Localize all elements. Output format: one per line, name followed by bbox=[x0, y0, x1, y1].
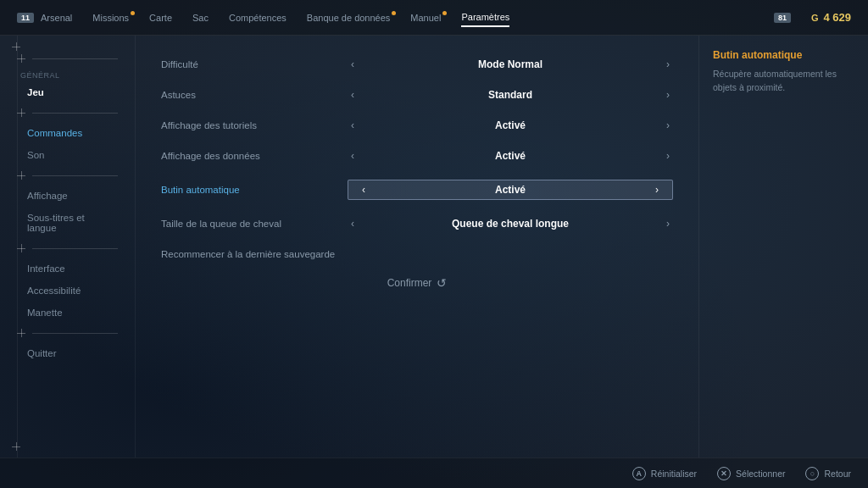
currency-display: G 4 629 bbox=[811, 11, 851, 24]
bottom-action-selectionner[interactable]: ✕ Sélectionner bbox=[717, 467, 785, 480]
settings-val-queue: Queue de cheval longue bbox=[368, 218, 653, 230]
confirm-icon: ↺ bbox=[437, 276, 447, 290]
nav-tab-sac[interactable]: Sac bbox=[192, 9, 209, 26]
missions-dot bbox=[131, 11, 135, 15]
right-panel-description: Récupère automatiquement les objets à pr… bbox=[713, 68, 854, 95]
main-layout: Général Jeu Commandes Son Affichage bbox=[0, 36, 868, 458]
sidebar-item-interface[interactable]: Interface bbox=[0, 258, 135, 280]
bottom-label-selectionner: Sélectionner bbox=[736, 469, 785, 479]
nav-badge-right: 81 bbox=[774, 13, 791, 23]
arrow-right-queue[interactable]: › bbox=[663, 218, 673, 230]
settings-label-butin: Butin automatique bbox=[161, 185, 348, 195]
btn-icon-a: A bbox=[632, 467, 646, 480]
settings-val-donnees: Activé bbox=[368, 150, 653, 162]
btn-icon-o: ○ bbox=[805, 467, 819, 480]
settings-val-astuces: Standard bbox=[368, 89, 653, 101]
sidebar-divider-commandes bbox=[0, 103, 135, 122]
settings-value-astuces: ‹ Standard › bbox=[348, 89, 673, 101]
arrow-left-donnees[interactable]: ‹ bbox=[348, 150, 358, 162]
arrow-left-butin[interactable]: ‹ bbox=[359, 184, 369, 196]
currency-value: 4 629 bbox=[823, 11, 851, 24]
right-panel-title: Butin automatique bbox=[713, 49, 854, 61]
top-nav: 11 Arsenal Missions Carte Sac Compétence… bbox=[0, 0, 868, 36]
arrow-right-butin[interactable]: › bbox=[652, 184, 662, 196]
arrow-left-tutoriels[interactable]: ‹ bbox=[348, 119, 358, 131]
sidebar-divider-affichage bbox=[0, 166, 135, 185]
sidebar-cross-commandes bbox=[17, 108, 25, 117]
sidebar-divider-interface bbox=[0, 239, 135, 258]
arrow-left-queue[interactable]: ‹ bbox=[348, 218, 358, 230]
settings-value-donnees: ‹ Activé › bbox=[348, 150, 673, 162]
settings-row-recommencer[interactable]: Recommencer à la dernière sauvegarde bbox=[136, 239, 698, 269]
settings-row-tutoriels[interactable]: Affichage des tutoriels ‹ Activé › bbox=[136, 110, 698, 141]
confirm-button[interactable]: Confirmer ↺ bbox=[387, 276, 448, 290]
sidebar-item-son[interactable]: Son bbox=[0, 144, 135, 166]
confirm-row: Confirmer ↺ bbox=[136, 269, 698, 297]
sidebar-group-label: Général bbox=[0, 68, 135, 81]
sidebar-item-accessibilite[interactable]: Accessibilité bbox=[0, 280, 135, 302]
arrow-right-difficulte[interactable]: › bbox=[663, 58, 673, 70]
settings-label-astuces: Astuces bbox=[161, 90, 348, 100]
settings-row-donnees[interactable]: Affichage des données ‹ Activé › bbox=[136, 141, 698, 171]
nav-tabs: Arsenal Missions Carte Sac Compétences B… bbox=[41, 8, 774, 27]
bottom-action-reinitialiser[interactable]: A Réinitialiser bbox=[632, 467, 697, 480]
sidebar-item-manette[interactable]: Manette bbox=[0, 302, 135, 324]
bottom-label-reinitialiser: Réinitialiser bbox=[651, 469, 697, 479]
currency-icon: G bbox=[811, 13, 819, 23]
sidebar-section-general: Général Jeu Commandes Son Affichage bbox=[0, 49, 135, 364]
settings-value-difficulte: ‹ Mode Normal › bbox=[348, 58, 673, 70]
settings-value-queue: ‹ Queue de cheval longue › bbox=[348, 218, 673, 230]
settings-label-difficulte: Difficulté bbox=[161, 59, 348, 69]
arrow-left-difficulte[interactable]: ‹ bbox=[348, 58, 358, 70]
sidebar-item-quitter[interactable]: Quitter bbox=[0, 342, 135, 364]
sidebar-cross-bottom bbox=[12, 442, 20, 451]
sidebar-cross-interface bbox=[17, 244, 25, 252]
settings-panel: Difficulté ‹ Mode Normal › Astuces ‹ Sta… bbox=[136, 36, 698, 458]
sidebar-cross-quitter bbox=[17, 329, 25, 337]
settings-val-difficulte: Mode Normal bbox=[368, 58, 653, 70]
arrow-left-astuces[interactable]: ‹ bbox=[348, 89, 358, 101]
bottom-action-retour[interactable]: ○ Retour bbox=[805, 467, 851, 480]
right-panel: Butin automatique Récupère automatiqueme… bbox=[698, 36, 868, 458]
settings-row-butin[interactable]: Butin automatique ‹ Activé › bbox=[136, 171, 698, 208]
settings-row-queue[interactable]: Taille de la queue de cheval ‹ Queue de … bbox=[136, 208, 698, 239]
settings-row-difficulte[interactable]: Difficulté ‹ Mode Normal › bbox=[136, 49, 698, 80]
nav-tab-parametres[interactable]: Paramètres bbox=[461, 8, 509, 27]
sidebar-divider-top bbox=[0, 49, 135, 68]
settings-list: Difficulté ‹ Mode Normal › Astuces ‹ Sta… bbox=[136, 49, 698, 444]
sidebar-item-sous-titres[interactable]: Sous-titres et langue bbox=[0, 207, 135, 239]
nav-tab-carte[interactable]: Carte bbox=[149, 9, 172, 26]
arrow-right-donnees[interactable]: › bbox=[663, 150, 673, 162]
nav-badge-left: 11 bbox=[17, 13, 34, 23]
btn-icon-x: ✕ bbox=[717, 467, 731, 480]
nav-tab-manuel[interactable]: Manuel bbox=[410, 9, 441, 26]
sidebar-cross-top bbox=[12, 42, 20, 51]
sidebar: Général Jeu Commandes Son Affichage bbox=[0, 36, 136, 458]
nav-tab-missions[interactable]: Missions bbox=[92, 9, 129, 26]
settings-label-recommencer: Recommencer à la dernière sauvegarde bbox=[161, 249, 398, 259]
manuel-dot bbox=[442, 11, 447, 15]
sidebar-cross-affichage bbox=[17, 171, 25, 180]
settings-val-butin: Activé bbox=[379, 184, 642, 196]
nav-tab-arsenal[interactable]: Arsenal bbox=[41, 9, 72, 26]
arrow-right-astuces[interactable]: › bbox=[663, 89, 673, 101]
settings-value-tutoriels: ‹ Activé › bbox=[348, 119, 673, 131]
settings-row-astuces[interactable]: Astuces ‹ Standard › bbox=[136, 80, 698, 110]
arrow-right-tutoriels[interactable]: › bbox=[663, 119, 673, 131]
sidebar-item-affichage[interactable]: Affichage bbox=[0, 185, 135, 207]
settings-val-tutoriels: Activé bbox=[368, 119, 653, 131]
nav-tab-banque[interactable]: Banque de données bbox=[307, 9, 390, 26]
sidebar-divider-quitter bbox=[0, 324, 135, 342]
settings-value-butin: ‹ Activé › bbox=[348, 180, 673, 200]
nav-tab-competences[interactable]: Compétences bbox=[229, 9, 287, 26]
bottom-bar: A Réinitialiser ✕ Sélectionner ○ Retour bbox=[0, 458, 868, 488]
settings-label-donnees: Affichage des données bbox=[161, 151, 348, 161]
sidebar-cross-divider bbox=[17, 54, 25, 63]
sidebar-item-commandes[interactable]: Commandes bbox=[0, 122, 135, 144]
sidebar-item-jeu[interactable]: Jeu bbox=[0, 81, 135, 103]
settings-label-tutoriels: Affichage des tutoriels bbox=[161, 120, 348, 130]
banque-dot bbox=[392, 11, 396, 15]
settings-label-queue: Taille de la queue de cheval bbox=[161, 219, 348, 229]
confirm-label: Confirmer bbox=[387, 277, 432, 289]
bottom-label-retour: Retour bbox=[824, 469, 851, 479]
